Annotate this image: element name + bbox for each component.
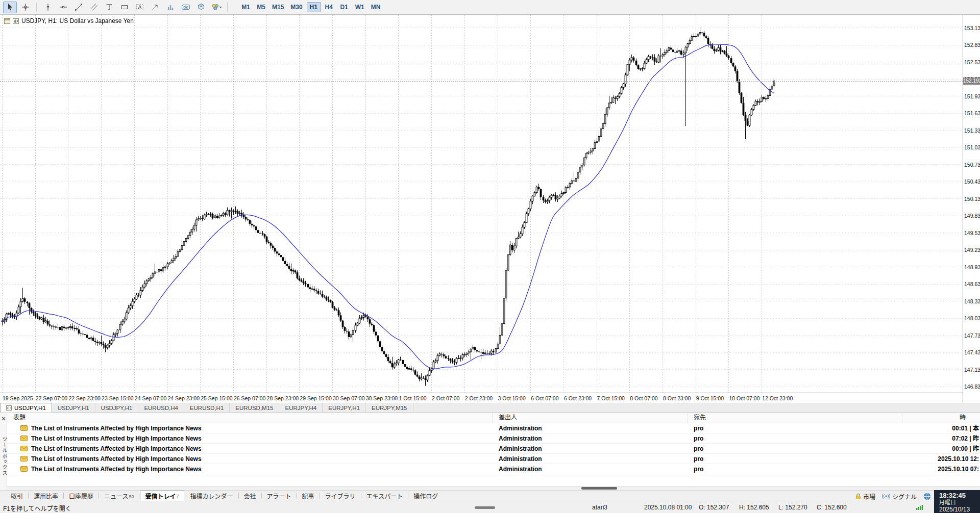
mail-from: Administration <box>493 423 688 433</box>
timeframe-w1-button[interactable]: W1 <box>353 2 367 12</box>
price-axis[interactable]: 152.193 153.130152.830152.530152.230151.… <box>963 15 980 403</box>
cursor-tool-button[interactable] <box>3 2 17 13</box>
mail-row[interactable]: The List of Instruments Affected by High… <box>7 444 980 454</box>
mail-row[interactable]: The List of Instruments Affected by High… <box>7 423 980 433</box>
tab-library[interactable]: ライブラリ <box>321 491 360 501</box>
time-axis-label: 30 Sep 07:00 <box>333 395 364 401</box>
timeframe-d1-button[interactable]: D1 <box>337 2 351 12</box>
time-axis-label: 24 Sep 23:00 <box>168 395 200 401</box>
tab-label: エキスパート <box>366 492 403 500</box>
column-header-subject[interactable]: 表題 <box>7 413 493 423</box>
rectangle-tool-button[interactable] <box>117 2 131 13</box>
market-button[interactable]: 市場 <box>855 492 875 501</box>
time-axis-label: 2 Oct 07:00 <box>432 395 459 401</box>
timeframe-m5-button[interactable]: M5 <box>254 2 268 12</box>
vertical-line-icon <box>44 3 52 11</box>
equidistant-channel-tool-button[interactable] <box>87 2 101 13</box>
toolbox-horizontal-scrollbar[interactable] <box>7 486 980 490</box>
chart-tab-usdjpy-h1[interactable]: USDJPY,H1 <box>95 403 139 413</box>
timeframe-h4-button[interactable]: H4 <box>322 2 336 12</box>
tab-alerts[interactable]: アラート <box>262 491 296 501</box>
clock-time: 18:32:45 <box>939 492 977 499</box>
price-axis-label: 147.430 <box>964 349 980 355</box>
histogram-icon <box>166 3 175 11</box>
bottom-tabs-bar: 取引 運用比率 口座履歴 ニュース50 受信トレイ7 指標カレンダー 会社 アラ… <box>0 490 980 501</box>
scrollbar-thumb[interactable] <box>581 487 617 490</box>
price-axis-label: 148.030 <box>964 315 980 321</box>
mail-time: 2025.10.10 07: <box>902 464 980 474</box>
time-axis-label: 24 Sep 07:00 <box>135 395 166 401</box>
tab-label: アラート <box>267 492 291 500</box>
ok-badge-icon: OK <box>182 3 190 11</box>
objects-dropdown-button[interactable] <box>209 2 223 13</box>
column-header-time[interactable]: 時 <box>902 413 980 423</box>
tab-mailbox[interactable]: 受信トレイ7 <box>140 491 184 501</box>
mail-row[interactable]: The List of Instruments Affected by High… <box>7 464 980 474</box>
timeframe-m15-button[interactable]: M15 <box>270 2 286 12</box>
community-globe-icon[interactable] <box>923 493 931 500</box>
signals-button[interactable]: シグナル <box>882 492 917 501</box>
text-tool-button[interactable] <box>102 2 116 13</box>
tab-news[interactable]: ニュース50 <box>100 491 138 501</box>
splitter-grip[interactable] <box>475 506 495 509</box>
horizontal-line-tool-button[interactable] <box>56 2 70 13</box>
indicator-histogram-button[interactable] <box>163 2 177 13</box>
timeframe-m1-button[interactable]: M1 <box>239 2 253 12</box>
column-header-from[interactable]: 差出人 <box>493 413 688 423</box>
tab-journal[interactable]: 操作ログ <box>409 491 443 501</box>
envelope-icon <box>20 446 28 451</box>
tab-label: 指標カレンダー <box>190 492 233 500</box>
tab-separator <box>99 493 99 499</box>
price-axis-label: 153.130 <box>964 25 980 31</box>
account-name: atari3 <box>592 504 607 511</box>
tab-calendar[interactable]: 指標カレンダー <box>186 491 238 501</box>
chart-tab-eurjpy-h1[interactable]: EURJPY,H1 <box>323 403 366 413</box>
tab-label: 口座履歴 <box>69 492 93 500</box>
toolbox-close-button[interactable] <box>1 416 7 422</box>
text-label-tool-button[interactable] <box>133 2 146 13</box>
clock-date: 2025/10/13 <box>939 506 977 513</box>
ok-validate-button[interactable]: OK <box>179 2 192 13</box>
time-axis-label: 3 Oct 15:00 <box>498 395 526 401</box>
chart-tab-eurjpy-h4[interactable]: EURJPY,H4 <box>279 403 323 413</box>
tab-label: 受信トレイ <box>145 492 176 500</box>
column-header-to[interactable]: 宛先 <box>688 413 902 423</box>
chart-tab-usdjpy-h1[interactable]: USDJPY,H1 <box>0 403 52 413</box>
price-axis-label: 148.930 <box>964 264 980 270</box>
tab-trade[interactable]: 取引 <box>6 491 28 501</box>
tab-account-history[interactable]: 口座履歴 <box>64 491 98 501</box>
timeframe-h1-button[interactable]: H1 <box>307 2 321 12</box>
arrow-tool-button[interactable] <box>148 2 162 13</box>
chart-tab-eurusd-h4[interactable]: EURUSD,H4 <box>138 403 184 413</box>
timeframe-mn-button[interactable]: MN <box>369 2 383 12</box>
mail-time: 00:01 | 本 <box>902 423 980 433</box>
chart-window[interactable]: USDJPY, H1: US Dollar vs Japanese Yen 15… <box>0 15 980 403</box>
timeframe-m30-button[interactable]: M30 <box>288 2 305 12</box>
time-axis-label: 6 Oct 07:00 <box>531 395 558 401</box>
tab-experts[interactable]: エキスパート <box>362 491 408 501</box>
mail-row[interactable]: The List of Instruments Affected by High… <box>7 433 980 444</box>
ohlc-open: O: 152.307 <box>699 504 729 511</box>
chart-canvas[interactable] <box>0 15 963 393</box>
trendline-tool-button[interactable] <box>71 2 85 13</box>
time-axis-label: 7 Oct 15:00 <box>597 395 625 401</box>
tab-articles[interactable]: 記事 <box>298 491 319 501</box>
ohlc-high: H: 152.605 <box>739 504 769 511</box>
mail-row[interactable]: The List of Instruments Affected by High… <box>7 454 980 464</box>
tab-company[interactable]: 会社 <box>239 491 261 501</box>
chart-tab-eurjpy-m15[interactable]: EURJPY,M15 <box>366 403 413 413</box>
chart-tab-usdjpy-h1[interactable]: USDJPY,H1 <box>52 403 95 413</box>
crosshair-tool-button[interactable] <box>18 2 32 13</box>
mail-from: Administration <box>493 433 688 444</box>
chart-tab-eurusd-m15[interactable]: EURUSD,M15 <box>230 403 279 413</box>
envelope-icon <box>20 425 28 431</box>
tab-exposure[interactable]: 運用比率 <box>29 491 63 501</box>
tab-label: 会社 <box>244 492 256 500</box>
time-axis[interactable]: 19 Sep 202522 Sep 07:0022 Sep 23:0023 Se… <box>0 393 963 403</box>
price-axis-label: 147.130 <box>964 367 980 373</box>
chart-tab-eurusd-h1[interactable]: EURUSD,H1 <box>184 403 230 413</box>
envelope-icon <box>20 435 28 441</box>
channel-icon <box>90 3 98 11</box>
vertical-line-tool-button[interactable] <box>41 2 55 13</box>
cube-tool-button[interactable] <box>194 2 208 13</box>
